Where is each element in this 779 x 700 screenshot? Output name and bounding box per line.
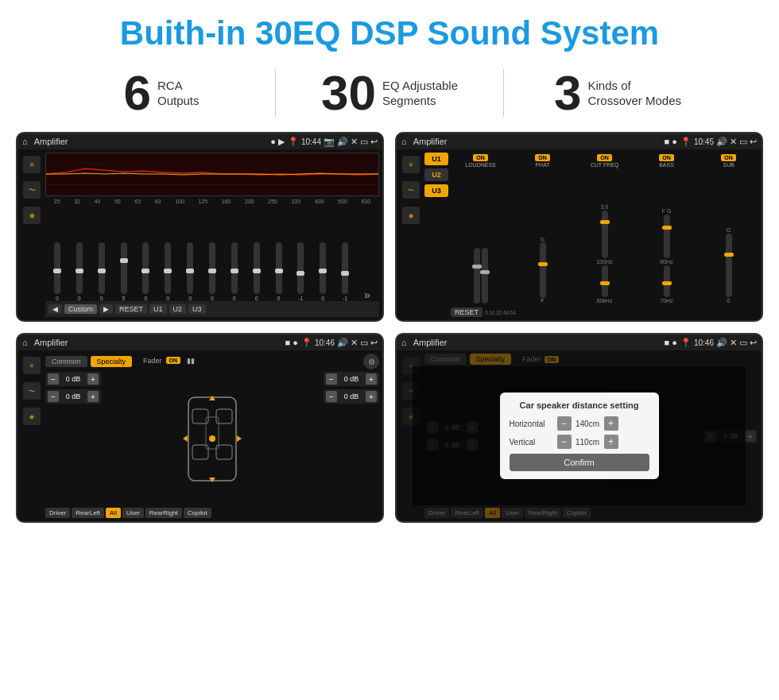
preset-u2-btn[interactable]: U2 [424, 168, 448, 181]
horizontal-minus-btn[interactable]: − [557, 416, 572, 431]
eq-reset-btn[interactable]: RESET [115, 304, 147, 314]
dialog-home-icon[interactable]: ⌂ [401, 338, 407, 347]
confirm-button[interactable]: Confirm [510, 454, 649, 471]
tab-specialty[interactable]: Specialty [91, 356, 133, 367]
dialog-back-icon[interactable]: ↩ [750, 338, 757, 348]
vol-rr: − 0 dB + [324, 389, 379, 404]
back-icon[interactable]: ↩ [370, 137, 378, 147]
vol-fr-value: 0 dB [339, 375, 364, 383]
fader-on-badge[interactable]: ON [166, 357, 181, 364]
crossover-reset-btn[interactable]: RESET [451, 307, 483, 317]
phat-on-badge[interactable]: ON [535, 154, 550, 161]
vertical-value: 110cm [574, 438, 602, 447]
crossover-back-icon[interactable]: ↩ [750, 137, 757, 147]
eq-slider-4[interactable]: 5 [114, 242, 134, 301]
home-icon[interactable]: ⌂ [22, 137, 28, 146]
preset-u3-btn[interactable]: U3 [424, 184, 448, 197]
speaker-settings-icon[interactable]: ⚙ [368, 358, 375, 366]
crossover-sidebar-btn-2[interactable]: 〜 [402, 181, 420, 199]
speaker-back-icon[interactable]: ↩ [370, 338, 378, 348]
eq-slider-3[interactable]: 0 [91, 242, 112, 301]
vol-fr-plus[interactable]: + [366, 373, 377, 385]
eq-slider-2[interactable]: 0 [69, 242, 90, 301]
speaker-vol-icon: 🔊 [337, 338, 348, 348]
rearleft-btn[interactable]: RearLeft [72, 508, 104, 518]
horizontal-row: Horizontal − 140cm + [510, 416, 649, 431]
eq-slider-9[interactable]: 0 [224, 242, 245, 301]
crossover-x-icon: ✕ [730, 137, 737, 147]
dialog-title-text: Car speaker distance setting [510, 400, 649, 410]
eq-slider-1[interactable]: 0 [47, 242, 68, 301]
phat-label: PHAT [535, 162, 549, 168]
eq-sidebar-btn-2[interactable]: 〜 [23, 181, 41, 199]
tab-common[interactable]: Common [45, 356, 87, 367]
volume-icon: 🔊 [337, 137, 348, 147]
speaker-main: Common Specialty Fader ON ▮▮ ⚙ − [45, 354, 379, 518]
cutfreq-on-badge[interactable]: ON [597, 154, 612, 161]
svg-marker-13 [237, 435, 242, 442]
vertical-plus-btn[interactable]: + [604, 435, 618, 449]
vol-rr-minus[interactable]: − [326, 391, 337, 402]
speaker-sidebar-btn-1[interactable]: ≡ [23, 357, 41, 374]
page-title: Buith-in 30EQ DSP Sound System [0, 0, 779, 60]
driver-btn[interactable]: Driver [45, 508, 70, 518]
vol-fl-minus[interactable]: − [48, 373, 59, 385]
crossover-sidebar-btn-3[interactable]: ◈ [402, 207, 420, 224]
freq-50: 50 [114, 199, 121, 204]
vol-rl-plus[interactable]: + [87, 391, 99, 402]
stat-number-eq: 30 [321, 68, 376, 118]
eq-slider-12[interactable]: -1 [290, 242, 311, 301]
eq-slider-6[interactable]: 0 [157, 242, 178, 301]
preset-u1-btn[interactable]: U1 [424, 153, 448, 165]
stat-rca: 6 RCAOutputs [48, 68, 275, 118]
speaker-sidebar-btn-3[interactable]: ◈ [23, 408, 41, 425]
speaker-home-icon[interactable]: ⌂ [22, 338, 28, 347]
eq-u3-btn[interactable]: U3 [188, 304, 206, 314]
vol-rr-plus[interactable]: + [366, 391, 377, 402]
eq-sidebar-btn-3[interactable]: ◈ [23, 207, 41, 224]
eq-slider-11[interactable]: 0 [269, 242, 289, 301]
rearright-btn[interactable]: RearRight [145, 508, 182, 518]
eq-slider-10[interactable]: 0 [246, 242, 267, 301]
eq-play-btn[interactable]: ▶ [99, 304, 113, 314]
eq-u2-btn[interactable]: U2 [169, 304, 187, 314]
stat-number-crossover: 3 [554, 68, 581, 118]
all-btn[interactable]: All [106, 508, 121, 518]
crossover-time: 10:45 [694, 137, 714, 146]
crossover-status-bar: ⌂ Amplifier ■ ● 📍 10:45 🔊 ✕ ▭ ↩ [397, 133, 762, 149]
screens-grid: ⌂ Amplifier ● ▶ 📍 10:44 📷 🔊 ✕ ▭ ↩ ≡ 〜 ◈ [0, 129, 779, 531]
crossover-sidebar-btn-1[interactable]: ≡ [402, 156, 420, 173]
copilot-btn[interactable]: Copilot [184, 508, 211, 518]
eq-time: 10:44 [301, 137, 321, 146]
eq-sidebar: ≡ 〜 ◈ [21, 153, 43, 317]
loudness-label: LOUDNESS [465, 162, 496, 168]
loudness-on-badge[interactable]: ON [473, 154, 488, 161]
eq-slider-14[interactable]: -1 [335, 242, 355, 301]
eq-slider-8[interactable]: 0 [202, 242, 223, 301]
user-btn[interactable]: User [122, 508, 144, 518]
eq-slider-13[interactable]: 0 [312, 242, 333, 301]
eq-slider-expand[interactable]: » [357, 288, 378, 301]
bass-on-badge[interactable]: ON [659, 154, 674, 161]
vol-fl-plus[interactable]: + [87, 373, 99, 385]
eq-u1-btn[interactable]: U1 [149, 304, 167, 314]
speaker-left-col: − 0 dB + − 0 dB + [45, 372, 101, 505]
dialog-win-icon: ▭ [739, 338, 747, 348]
speaker-sidebar-btn-2[interactable]: 〜 [23, 382, 41, 400]
vol-rl-minus[interactable]: − [48, 391, 59, 402]
dialog-overlay: Car speaker distance setting Horizontal … [413, 366, 746, 505]
eq-sidebar-btn-1[interactable]: ≡ [23, 156, 41, 173]
freq-125: 125 [198, 199, 207, 204]
speaker-sidebar: ≡ 〜 ◈ [21, 354, 43, 518]
crossover-home-icon[interactable]: ⌂ [401, 137, 407, 146]
eq-slider-7[interactable]: 0 [180, 242, 200, 301]
eq-screen-title: Amplifier [34, 137, 268, 146]
sub-on-badge[interactable]: ON [721, 154, 736, 161]
speaker-body: ≡ 〜 ◈ Common Specialty Fader ON ▮▮ ⚙ [17, 350, 382, 521]
eq-slider-5[interactable]: 0 [135, 242, 156, 301]
vol-fr-minus[interactable]: − [326, 373, 337, 385]
eq-icon: ✕ [351, 137, 358, 147]
horizontal-plus-btn[interactable]: + [604, 416, 618, 431]
vertical-minus-btn[interactable]: − [557, 435, 572, 449]
eq-prev-btn[interactable]: ◀ [48, 304, 62, 314]
